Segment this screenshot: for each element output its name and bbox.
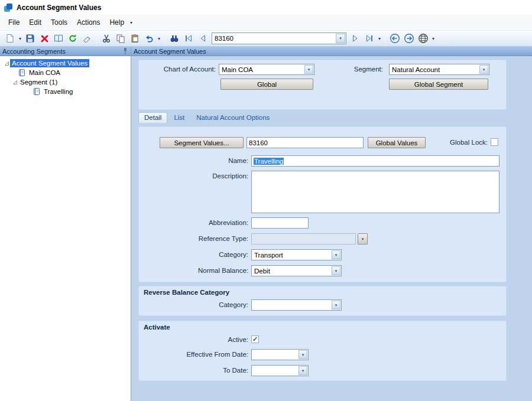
main-content: Chart of Account: Main COA ▾ Global Segm… <box>131 56 532 401</box>
name-field[interactable]: Travelling <box>251 155 499 167</box>
chevron-down-icon[interactable]: ▾ <box>479 65 488 74</box>
chevron-down-icon[interactable]: ▾ <box>332 250 340 259</box>
menu-file[interactable]: File <box>4 16 24 29</box>
history-caret-icon[interactable]: ▾ <box>430 36 436 41</box>
abbreviation-label: Abbreviation: <box>142 219 248 226</box>
toolbar-separator <box>164 32 165 44</box>
next-record-button[interactable] <box>348 32 362 45</box>
left-panel-header: Accounting Segments <box>0 47 131 56</box>
segments-tree: Account Segment Values Main COA Segment … <box>0 56 131 96</box>
right-panel-title: Account Segment Values <box>134 48 206 55</box>
record-navigator-input[interactable] <box>212 35 335 42</box>
category-combobox[interactable]: Transport ▾ <box>251 249 342 260</box>
paste-button[interactable] <box>128 32 142 45</box>
navigator-caret-icon[interactable]: ▾ <box>377 36 382 41</box>
new-button[interactable] <box>3 32 17 45</box>
book-button[interactable] <box>51 32 66 45</box>
description-label: Description: <box>142 172 248 180</box>
chevron-down-icon: ▾ <box>362 237 364 242</box>
segment-value: Natural Account <box>390 66 479 73</box>
segment-label: Segment: <box>316 66 383 73</box>
abbreviation-field[interactable] <box>251 217 309 229</box>
last-record-button[interactable] <box>362 32 377 45</box>
menu-edit[interactable]: Edit <box>24 16 46 29</box>
chart-of-account-value: Main COA <box>219 66 304 73</box>
tab-detail[interactable]: Detail <box>138 112 167 123</box>
segment-values-button[interactable]: Segment Values... <box>160 137 244 148</box>
delete-button[interactable] <box>37 32 51 45</box>
description-field[interactable] <box>251 171 499 213</box>
tab-list[interactable]: List <box>168 113 190 123</box>
reference-type-field[interactable] <box>251 233 356 244</box>
chevron-down-icon[interactable]: ▾ <box>299 366 307 375</box>
menu-overflow-caret-icon[interactable]: ▾ <box>130 20 132 25</box>
save-button[interactable] <box>23 32 37 45</box>
menu-bar: File Edit Tools Actions Help ▾ <box>0 15 532 30</box>
first-record-button[interactable] <box>181 32 196 45</box>
tab-natural-account-options[interactable]: Natural Account Options <box>191 113 275 123</box>
segment-code-field[interactable] <box>246 137 364 148</box>
name-label: Name: <box>142 157 248 164</box>
effective-from-date-combobox[interactable]: ▾ <box>251 349 309 360</box>
reference-type-dropdown-button[interactable]: ▾ <box>358 233 368 244</box>
tree-row: Travelling <box>0 87 131 96</box>
find-button[interactable] <box>167 32 181 45</box>
chart-of-account-combobox[interactable]: Main COA ▾ <box>219 64 314 75</box>
tree-node-main-coa[interactable]: Main COA <box>27 69 62 77</box>
cut-button[interactable] <box>99 32 113 45</box>
effective-from-date-label: Effective From Date: <box>142 351 248 358</box>
to-date-label: To Date: <box>142 367 248 374</box>
tree-node-segment[interactable]: Segment (1) <box>18 78 59 86</box>
pin-icon[interactable] <box>122 47 128 55</box>
window-title: Account Segment Values <box>17 4 101 12</box>
account-segment-values-panel: Account Segment Values Chart of Account:… <box>131 47 532 401</box>
reference-type-label: Reference Type: <box>142 235 248 242</box>
description-textarea[interactable] <box>252 171 499 213</box>
erase-button[interactable] <box>80 32 94 45</box>
global-segment-button[interactable]: Global Segment <box>389 79 488 90</box>
chevron-down-icon[interactable]: ▾ <box>299 350 307 359</box>
active-checkbox[interactable]: ✓ <box>251 335 259 343</box>
abbreviation-input[interactable] <box>252 218 308 228</box>
reverse-category-combobox[interactable]: ▾ <box>251 299 342 311</box>
forward-button[interactable] <box>402 32 416 45</box>
segment-code-input[interactable] <box>247 138 363 148</box>
record-navigator-combobox[interactable]: ▾ <box>212 32 346 44</box>
web-button[interactable] <box>416 32 430 45</box>
tree-row: Account Segment Values <box>0 58 131 68</box>
chevron-down-icon[interactable]: ▾ <box>332 301 340 309</box>
normal-balance-label: Normal Balance: <box>142 267 248 274</box>
detail-panel: Segment Values... Global Values Global L… <box>138 126 507 282</box>
menu-tools[interactable]: Tools <box>46 16 72 29</box>
to-date-combobox[interactable]: ▾ <box>251 365 309 376</box>
menu-actions[interactable]: Actions <box>72 16 105 29</box>
toolbar-separator <box>385 32 385 44</box>
category-label: Category: <box>142 251 248 258</box>
segment-combobox[interactable]: Natural Account ▾ <box>389 64 489 75</box>
previous-record-button[interactable] <box>196 32 210 45</box>
undo-button[interactable] <box>142 32 156 45</box>
chevron-down-icon[interactable]: ▾ <box>332 266 340 275</box>
tree-node-account-segment-values[interactable]: Account Segment Values <box>10 59 89 67</box>
accounting-segments-panel: Accounting Segments Account Segment Valu… <box>0 47 131 401</box>
toolbar-separator <box>96 32 97 44</box>
copy-button[interactable] <box>113 32 128 45</box>
tree-row: Main COA <box>0 68 131 77</box>
record-navigator-caret-icon[interactable]: ▾ <box>336 34 345 43</box>
chevron-down-icon[interactable]: ▾ <box>304 65 313 74</box>
tree-node-travelling[interactable]: Travelling <box>42 87 74 96</box>
undo-caret-icon[interactable]: ▾ <box>156 36 162 41</box>
global-lock-checkbox[interactable] <box>491 138 498 146</box>
back-button[interactable] <box>388 32 402 45</box>
menu-help[interactable]: Help <box>105 16 129 29</box>
new-caret-icon[interactable]: ▾ <box>17 36 23 41</box>
expander-icon[interactable] <box>4 61 9 66</box>
global-button[interactable]: Global <box>220 79 313 90</box>
global-values-button[interactable]: Global Values <box>368 137 426 148</box>
expander-icon[interactable] <box>12 80 18 85</box>
activate-panel: Activate Active: ✓ Effective From Date: … <box>138 321 507 381</box>
refresh-button[interactable] <box>66 32 80 45</box>
activate-title: Activate <box>144 324 170 331</box>
tab-strip: Detail List Natural Account Options <box>138 112 275 123</box>
normal-balance-combobox[interactable]: Debit ▾ <box>251 265 342 276</box>
